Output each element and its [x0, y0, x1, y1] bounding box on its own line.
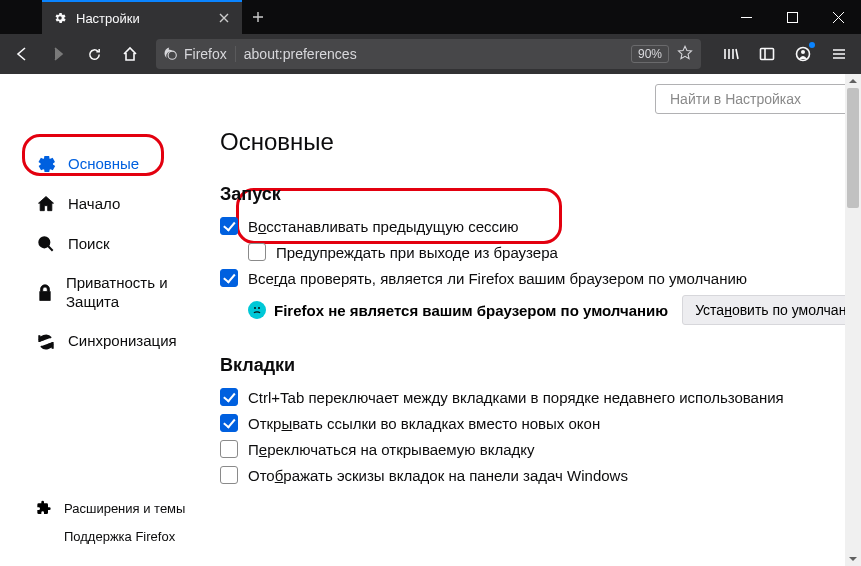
group-tabs: Вкладки Ctrl+Tab переключает между вклад…	[220, 355, 861, 488]
tab-strip: Настройки	[0, 0, 274, 34]
new-tab-button[interactable]	[242, 0, 274, 34]
svg-point-6	[39, 237, 49, 247]
checkbox-open-links-tabs[interactable]	[220, 414, 238, 432]
account-icon[interactable]	[787, 38, 819, 70]
category-sidebar: Основные Начало Поиск Приватность и Защи…	[0, 74, 220, 566]
page-title: Основные	[220, 128, 861, 156]
sidebar-item-sync[interactable]: Синхронизация	[22, 324, 206, 360]
svg-point-1	[168, 51, 176, 59]
checkbox-warn-on-quit[interactable]	[248, 243, 266, 261]
sidebar-item-general[interactable]: Основные	[22, 146, 206, 182]
svg-point-4	[801, 50, 805, 54]
sidebar-footer-label: Расширения и темы	[64, 501, 185, 516]
forward-button[interactable]	[42, 38, 74, 70]
section-heading-tabs: Вкладки	[220, 355, 861, 376]
sidebar-item-label: Синхронизация	[68, 332, 177, 351]
taskbar-previews-label: Отображать эскизы вкладок на панели зада…	[248, 467, 628, 484]
scrollbar-thumb[interactable]	[847, 88, 859, 208]
preferences-search-input[interactable]	[670, 91, 845, 107]
scrollbar[interactable]	[845, 74, 861, 566]
nav-toolbar: Firefox about:preferences 90%	[0, 34, 861, 74]
puzzle-icon	[36, 500, 52, 516]
zoom-indicator[interactable]: 90%	[631, 45, 669, 63]
minimize-button[interactable]	[723, 0, 769, 34]
url-text: about:preferences	[244, 46, 623, 62]
main-pane: Основные Запуск Восстанавливать предыдущ…	[220, 74, 861, 566]
back-button[interactable]	[6, 38, 38, 70]
maximize-button[interactable]	[769, 0, 815, 34]
set-default-button[interactable]: Установить по умолчан	[682, 295, 859, 325]
checkbox-always-check-default[interactable]	[220, 269, 238, 287]
preferences-search[interactable]	[655, 84, 851, 114]
sidebar-item-label: Основные	[68, 155, 139, 174]
ctrl-tab-label: Ctrl+Tab переключает между вкладками в п…	[248, 389, 784, 406]
default-browser-msg: Firefox не является вашим браузером по у…	[274, 302, 668, 319]
checkbox-ctrl-tab[interactable]	[220, 388, 238, 406]
svg-point-7	[38, 530, 50, 542]
tab-close-button[interactable]	[216, 10, 232, 26]
identity-box[interactable]: Firefox	[164, 46, 236, 62]
sidebar-toggle-icon[interactable]	[751, 38, 783, 70]
svg-rect-2	[761, 49, 774, 60]
always-check-default-row[interactable]: Всегда проверять, является ли Firefox ва…	[220, 265, 861, 291]
group-startup: Запуск Восстанавливать предыдущую сессию…	[220, 184, 861, 325]
sidebar-item-privacy[interactable]: Приватность и Защита	[22, 266, 206, 320]
identity-label: Firefox	[184, 46, 227, 62]
browser-tab[interactable]: Настройки	[42, 0, 242, 34]
gear-icon	[36, 154, 56, 174]
tab-title: Настройки	[76, 11, 208, 26]
restore-session-label: Восстанавливать предыдущую сессию	[248, 218, 519, 235]
help-icon	[36, 528, 52, 544]
ctrl-tab-row[interactable]: Ctrl+Tab переключает между вкладками в п…	[220, 384, 861, 410]
restore-session-row[interactable]: Восстанавливать предыдущую сессию	[220, 213, 861, 239]
scroll-up-arrow-icon[interactable]	[845, 74, 861, 88]
sync-icon	[36, 332, 56, 352]
always-check-default-label: Всегда проверять, является ли Firefox ва…	[248, 270, 747, 287]
scroll-down-arrow-icon[interactable]	[845, 552, 861, 566]
svg-point-9	[254, 307, 256, 309]
taskbar-previews-row[interactable]: Отображать эскизы вкладок на панели зада…	[220, 462, 861, 488]
switch-to-new-tab-row[interactable]: Переключаться на открываемую вкладку	[220, 436, 861, 462]
titlebar: Настройки	[0, 0, 861, 34]
open-links-tabs-label: Открывать ссылки во вкладках вместо новы…	[248, 415, 600, 432]
section-heading-startup: Запуск	[220, 184, 861, 205]
close-window-button[interactable]	[815, 0, 861, 34]
library-icon[interactable]	[715, 38, 747, 70]
checkbox-taskbar-previews[interactable]	[220, 466, 238, 484]
switch-to-new-tab-label: Переключаться на открываемую вкладку	[248, 441, 535, 458]
sidebar-item-label: Приватность и Защита	[66, 274, 192, 312]
open-links-tabs-row[interactable]: Открывать ссылки во вкладках вместо новы…	[220, 410, 861, 436]
preferences-content: Основные Начало Поиск Приватность и Защи…	[0, 74, 861, 566]
sidebar-footer-label: Поддержка Firefox	[64, 529, 175, 544]
sidebar-item-label: Поиск	[68, 235, 110, 254]
lock-icon	[36, 283, 54, 303]
checkbox-restore-session[interactable]	[220, 217, 238, 235]
warn-on-quit-label: Предупреждать при выходе из браузера	[276, 244, 558, 261]
sidebar-item-search[interactable]: Поиск	[22, 226, 206, 262]
bookmark-star-icon[interactable]	[677, 45, 693, 64]
search-icon	[36, 234, 56, 254]
menu-button[interactable]	[823, 38, 855, 70]
reload-button[interactable]	[78, 38, 110, 70]
sidebar-item-extensions[interactable]: Расширения и темы	[0, 494, 220, 522]
notification-dot-icon	[809, 42, 815, 48]
home-icon	[36, 194, 56, 214]
url-bar[interactable]: Firefox about:preferences 90%	[156, 39, 701, 69]
sad-face-icon	[248, 301, 266, 319]
gear-icon	[52, 10, 68, 26]
sidebar-item-label: Начало	[68, 195, 120, 214]
checkbox-switch-to-new-tab[interactable]	[220, 440, 238, 458]
sidebar-item-support[interactable]: Поддержка Firefox	[0, 522, 220, 550]
home-button[interactable]	[114, 38, 146, 70]
svg-point-10	[258, 307, 260, 309]
window-controls	[723, 0, 861, 34]
warn-on-quit-row[interactable]: Предупреждать при выходе из браузера	[220, 239, 861, 265]
sidebar-item-home[interactable]: Начало	[22, 186, 206, 222]
svg-rect-0	[787, 12, 797, 22]
default-browser-row: Firefox не является вашим браузером по у…	[220, 291, 861, 325]
